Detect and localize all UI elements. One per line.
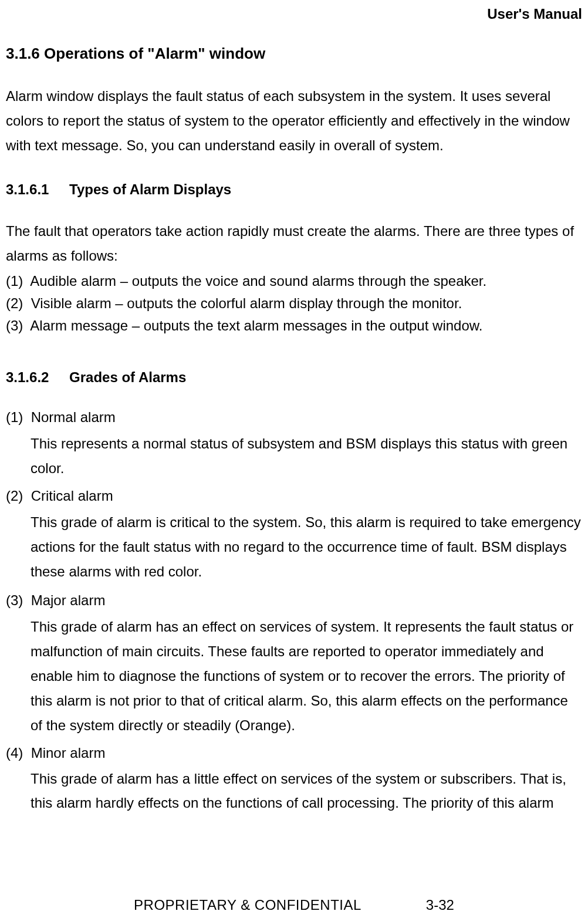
grade-body: This grade of alarm has a little effect …: [31, 767, 582, 815]
list-marker: (2): [6, 488, 23, 504]
subsection-2-title: Grades of Alarms: [69, 369, 186, 385]
grade-body: This represents a normal status of subsy…: [31, 431, 582, 481]
grade-name: Major alarm: [31, 592, 106, 608]
grade-item: (4) Minor alarm: [6, 743, 582, 764]
subsection-1-intro: The fault that operators take action rap…: [6, 219, 582, 268]
list-item: (3) Alarm message – outputs the text ala…: [6, 315, 582, 336]
grade-name: Minor alarm: [31, 745, 106, 761]
footer-page-number: 3-32: [426, 897, 454, 911]
section-title: Operations of "Alarm" window: [44, 45, 265, 62]
grade-name: Critical alarm: [31, 488, 113, 504]
page-footer: PROPRIETARY & CONFIDENTIAL 3-32: [0, 897, 588, 911]
subsection-1-title: Types of Alarm Displays: [69, 181, 231, 197]
list-marker: (1): [6, 273, 23, 289]
grade-body: This grade of alarm has an effect on ser…: [31, 615, 582, 738]
list-item: (1) Audible alarm – outputs the voice an…: [6, 271, 582, 292]
grade-item: (1) Normal alarm: [6, 407, 582, 428]
list-marker: (3): [6, 318, 23, 333]
section-intro: Alarm window displays the fault status o…: [6, 84, 582, 158]
list-marker: (1): [6, 409, 23, 425]
section-number: 3.1.6: [6, 45, 40, 62]
grade-item: (2) Critical alarm: [6, 485, 582, 507]
subsection-2-heading: 3.1.6.2 Grades of Alarms: [6, 369, 582, 386]
list-text: Alarm message – outputs the text alarm m…: [30, 318, 482, 333]
subsection-1-heading: 3.1.6.1 Types of Alarm Displays: [6, 181, 582, 198]
page-header-title: User's Manual: [6, 6, 582, 22]
list-text: Audible alarm – outputs the voice and so…: [30, 273, 486, 289]
grade-name: Normal alarm: [31, 409, 116, 425]
section-heading: 3.1.6 Operations of "Alarm" window: [6, 45, 582, 63]
list-item: (2) Visible alarm – outputs the colorful…: [6, 293, 582, 314]
grade-body: This grade of alarm is critical to the s…: [31, 510, 582, 584]
subsection-1-number: 3.1.6.1: [6, 181, 49, 198]
list-marker: (2): [6, 295, 23, 311]
footer-confidential: PROPRIETARY & CONFIDENTIAL: [134, 897, 361, 911]
list-text: Visible alarm – outputs the colorful ala…: [31, 295, 462, 311]
grade-item: (3) Major alarm: [6, 590, 582, 611]
list-marker: (4): [6, 745, 23, 761]
subsection-2-number: 3.1.6.2: [6, 369, 49, 386]
list-marker: (3): [6, 592, 23, 608]
